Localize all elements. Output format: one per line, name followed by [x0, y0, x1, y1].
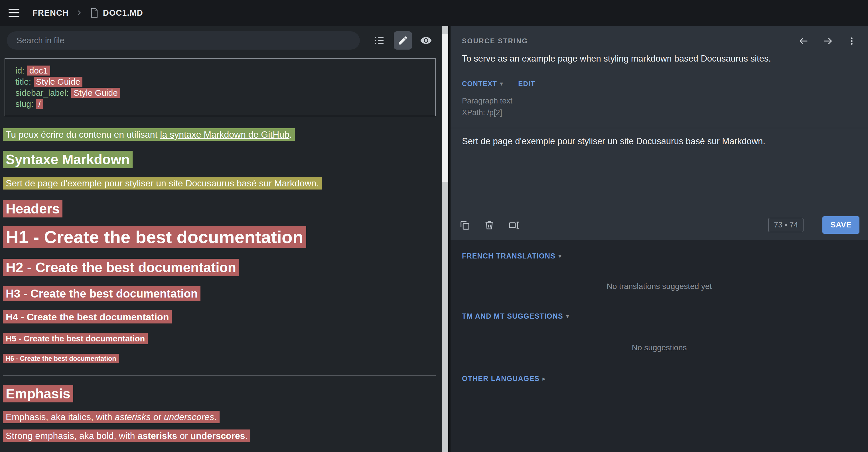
doc-heading: Headers	[3, 201, 436, 217]
highlight-pencil-icon[interactable]	[394, 31, 412, 50]
text-segment: or	[151, 412, 164, 422]
text-segment: .	[289, 129, 292, 140]
other-languages-toggle[interactable]: OTHER LANGUAGES▸	[462, 375, 546, 383]
french-translations-toggle[interactable]: FRENCH TRANSLATIONS▾	[462, 252, 562, 260]
active-string[interactable]: Sert de page d'exemple pour styliser un …	[3, 177, 322, 190]
save-button[interactable]: SAVE	[823, 216, 860, 234]
file-icon	[90, 8, 98, 18]
translated-string[interactable]: Tu peux écrire du contenu en utilisant l…	[3, 128, 295, 141]
edit-button[interactable]: EDIT	[518, 80, 535, 88]
untranslated-string[interactable]: H3 - Create the best documentation	[3, 286, 200, 301]
panel-divider	[448, 26, 451, 452]
section-label: FRENCH TRANSLATIONS	[462, 252, 556, 260]
frontmatter-key: sidebar_label:	[16, 88, 69, 97]
untranslated-string[interactable]: H4 - Create the best documentation	[3, 310, 172, 323]
text-segment: Tu peux écrire du contenu en utilisant	[6, 129, 160, 140]
suggestions-section: FRENCH TRANSLATIONS▾ No translations sug…	[451, 240, 868, 452]
untranslated-string[interactable]: H6 - Create the best documentation	[3, 354, 119, 363]
translation-panel: SOURCE STRING To serve as an example pag…	[451, 26, 868, 452]
kebab-menu-icon[interactable]	[847, 35, 857, 47]
context-type: Paragraph text	[462, 95, 857, 107]
text-selection-icon[interactable]	[507, 218, 521, 232]
text-segment: Strong emphasis, aka bold, with	[6, 431, 137, 441]
untranslated-string[interactable]: H1 - Create the best documentation	[3, 226, 306, 248]
text-segment: .	[245, 431, 248, 441]
link-text: la syntaxe Markdown de GitHub	[160, 129, 289, 140]
frontmatter-line: slug:/	[16, 98, 425, 109]
text-segment: or	[177, 431, 190, 441]
bold-text: underscores	[190, 431, 245, 441]
vertical-scrollbar[interactable]	[442, 26, 448, 452]
context-label: CONTEXT	[462, 80, 497, 88]
frontmatter-value-string[interactable]: /	[36, 99, 43, 109]
tm-mt-header: TM AND MT SUGGESTIONS▾	[462, 312, 857, 320]
section-label: OTHER LANGUAGES	[462, 375, 539, 383]
scrollbar-thumb[interactable]	[442, 34, 448, 182]
untranslated-string[interactable]: Headers	[3, 200, 62, 218]
frontmatter-key: title:	[16, 77, 31, 86]
tm-mt-toggle[interactable]: TM AND MT SUGGESTIONS▾	[462, 312, 569, 320]
frontmatter-value-string[interactable]: doc1	[27, 66, 50, 75]
breadcrumb-file[interactable]: DOC1.MD	[103, 8, 143, 18]
character-counter: 73 • 74	[768, 218, 804, 232]
source-header: SOURCE STRING	[451, 26, 868, 47]
frontmatter-value-string[interactable]: Style Guide	[34, 77, 83, 87]
frontmatter-key: id:	[16, 66, 25, 75]
doc-heading-h1: H1 - Create the best documentation	[3, 227, 436, 247]
other-languages-header: OTHER LANGUAGES▸	[462, 375, 857, 383]
no-suggestions-message: No suggestions	[462, 343, 857, 352]
context-toggle[interactable]: CONTEXT▾	[462, 80, 503, 88]
doc-heading: Emphasis	[3, 386, 436, 401]
context-xpath: XPath: /p[2]	[462, 107, 857, 119]
copy-icon[interactable]	[458, 218, 472, 232]
frontmatter-line: title:Style Guide	[16, 76, 425, 87]
breadcrumb-language[interactable]: FRENCH	[32, 8, 69, 18]
doc-heading-h2: H2 - Create the best documentation	[3, 260, 436, 275]
untranslated-string[interactable]: H2 - Create the best documentation	[3, 259, 239, 276]
doc-heading-h6: H6 - Create the best documentation	[3, 355, 436, 362]
frontmatter-box: id:doc1 title:Style Guide sidebar_label:…	[5, 58, 436, 116]
context-details: Paragraph text XPath: /p[2]	[451, 95, 868, 119]
caret-right-icon: ▸	[542, 375, 546, 383]
delete-icon[interactable]	[483, 218, 496, 232]
text-segment: .	[214, 412, 217, 422]
forward-arrow-icon[interactable]	[823, 35, 834, 47]
translated-string[interactable]: Syntaxe Markdown	[3, 151, 133, 168]
section-label: TM AND MT SUGGESTIONS	[462, 312, 563, 320]
context-row: CONTEXT▾ EDIT	[451, 80, 868, 88]
list-view-icon[interactable]	[371, 32, 388, 49]
source-text: To serve as an example page when styling…	[451, 54, 868, 64]
translation-editor[interactable]: Sert de page d'exemple pour styliser un …	[451, 128, 868, 216]
doc-heading: Syntaxe Markdown	[3, 152, 436, 167]
doc-heading-h5: H5 - Create the best documentation	[3, 334, 436, 344]
back-arrow-icon[interactable]	[798, 35, 809, 47]
frontmatter-line: sidebar_label:Style Guide	[16, 87, 425, 98]
doc-paragraph: Tu peux écrire du contenu en utilisant l…	[3, 129, 436, 140]
search-toolbar	[0, 26, 442, 54]
search-input[interactable]	[7, 31, 360, 50]
document-divider	[3, 375, 436, 376]
caret-down-icon: ▾	[566, 313, 569, 320]
untranslated-string[interactable]: Emphasis	[3, 385, 73, 402]
untranslated-string[interactable]: Emphasis, aka italics, with asterisks or…	[3, 411, 220, 423]
doc-heading-h3: H3 - Create the best documentation	[3, 287, 436, 300]
file-preview-panel: id:doc1 title:Style Guide sidebar_label:…	[0, 26, 442, 452]
bold-text: asterisks	[137, 431, 177, 441]
string-navigation	[798, 35, 857, 47]
doc-paragraph: Sert de page d'exemple pour styliser un …	[3, 177, 436, 189]
text-segment: Emphasis, aka italics, with	[6, 412, 115, 422]
source-string-section: SOURCE STRING To serve as an example pag…	[451, 26, 868, 240]
preview-eye-icon[interactable]	[418, 32, 435, 49]
main-layout: id:doc1 title:Style Guide sidebar_label:…	[0, 26, 868, 452]
no-translations-message: No translations suggested yet	[462, 282, 857, 291]
untranslated-string[interactable]: Strong emphasis, aka bold, with asterisk…	[3, 429, 250, 442]
frontmatter-value-string[interactable]: Style Guide	[71, 88, 120, 98]
translation-toolbar: 73 • 74 SAVE	[451, 216, 868, 240]
italic-text: asterisks	[115, 412, 151, 422]
frontmatter-key: slug:	[16, 99, 33, 108]
menu-icon[interactable]	[8, 9, 20, 17]
italic-text: underscores	[164, 412, 214, 422]
doc-heading-h4: H4 - Create the best documentation	[3, 312, 436, 323]
untranslated-string[interactable]: H5 - Create the best documentation	[3, 333, 148, 344]
doc-paragraph: Emphasis, aka italics, with asterisks or…	[3, 411, 436, 423]
